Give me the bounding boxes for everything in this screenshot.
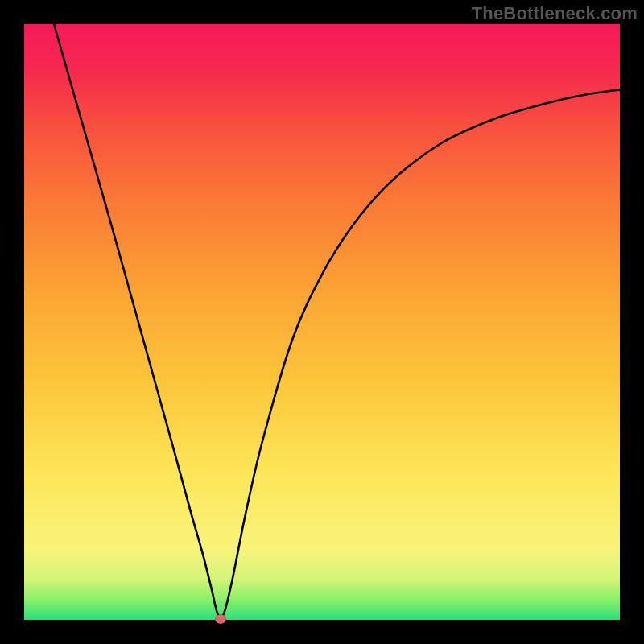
curve-svg <box>24 24 620 620</box>
watermark-text: TheBottleneck.com <box>472 3 638 24</box>
plot-area <box>24 24 620 620</box>
optimum-marker <box>215 614 226 624</box>
chart-frame: TheBottleneck.com <box>0 0 644 644</box>
bottleneck-curve <box>54 24 620 617</box>
